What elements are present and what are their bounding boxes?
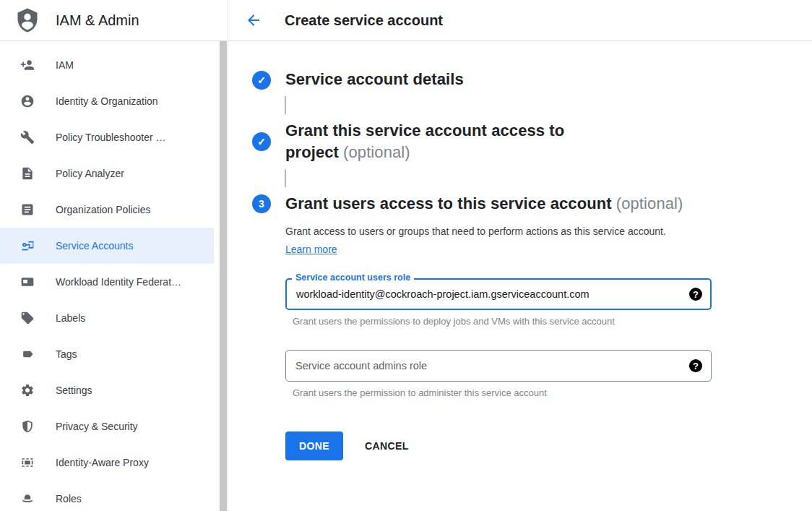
sidebar-item-identity-organization[interactable]: Identity & Organization: [0, 83, 214, 119]
policy-analyzer-icon: [20, 166, 35, 181]
main-panel: Create service account ✓ Service account…: [228, 0, 812, 511]
cancel-button[interactable]: CANCEL: [365, 440, 409, 452]
service-account-key-icon: [20, 239, 35, 253]
sidebar-item-label: Organization Policies: [56, 204, 151, 215]
tag-arrow-icon: [20, 347, 35, 361]
help-icon[interactable]: ?: [689, 359, 702, 372]
sidebar-scrollbar-thumb[interactable]: [220, 41, 227, 511]
proxy-icon: [20, 455, 35, 470]
admins-role-field-group: ?: [285, 350, 712, 382]
form-actions: DONE CANCEL: [285, 431, 712, 460]
optional-label: (optional): [616, 194, 683, 212]
sidebar-item-label: Policy Troubleshooter …: [56, 132, 166, 143]
sidebar-item-policy-analyzer[interactable]: Policy Analyzer: [0, 155, 214, 192]
wrench-icon: [20, 130, 35, 145]
step-body: Grant users access to this service accou…: [285, 193, 712, 460]
sidebar-nav: IAM Identity & Organization Policy Troub…: [0, 41, 228, 511]
gear-icon: [20, 383, 35, 398]
sidebar-item-label: Identity-Aware Proxy: [56, 457, 149, 468]
sidebar-item-label: Labels: [56, 312, 85, 324]
sidebar-item-privacy-security[interactable]: Privacy & Security: [0, 408, 214, 445]
sidebar-item-policy-troubleshooter[interactable]: Policy Troubleshooter …: [0, 119, 214, 155]
users-role-field-label: Service account users role: [292, 272, 414, 284]
step-title: Grant users access to this service accou…: [285, 193, 712, 215]
users-role-helper-text: Grant users the permissions to deploy jo…: [293, 316, 712, 327]
sidebar-item-label: Settings: [56, 385, 92, 396]
sidebar-title: IAM & Admin: [56, 12, 139, 29]
roles-hat-icon: [20, 491, 35, 506]
step-grant-access-to-project: ✓ Grant this service account access to p…: [252, 120, 812, 163]
step-complete-check-icon: ✓: [252, 71, 271, 90]
optional-label: (optional): [343, 143, 410, 161]
stepper-connector: [285, 96, 286, 114]
step-indicator: 3: [252, 194, 271, 213]
users-role-field-group: Service account users role ?: [285, 278, 712, 310]
page-title: Create service account: [285, 12, 443, 29]
help-icon[interactable]: ?: [689, 288, 702, 301]
sidebar-item-label: Roles: [56, 493, 82, 504]
label-tag-icon: [20, 311, 35, 325]
shield-icon: [20, 419, 35, 434]
sidebar-item-label: Service Accounts: [56, 240, 133, 252]
step-number-badge: 3: [252, 194, 271, 213]
sidebar-item-iam[interactable]: IAM: [0, 47, 214, 83]
step-indicator: ✓: [252, 132, 271, 151]
service-account-admins-role-input[interactable]: [285, 350, 712, 382]
sidebar-item-tags[interactable]: Tags: [0, 336, 214, 372]
step-grant-users-access: 3 Grant users access to this service acc…: [252, 193, 812, 460]
sidebar-item-labels[interactable]: Labels: [0, 300, 214, 336]
iam-admin-shield-icon: [14, 7, 40, 33]
step-description: Grant access to users or groups that nee…: [285, 223, 681, 259]
sidebar-item-label: Tags: [56, 348, 77, 360]
sidebar-header: IAM & Admin: [0, 0, 228, 41]
create-service-account-form: ✓ Service account details ✓ Grant this s…: [228, 41, 812, 460]
identity-person-icon: [20, 94, 35, 108]
arrow-back-icon: [245, 12, 262, 29]
admins-role-helper-text: Grant users the permission to administer…: [293, 387, 712, 398]
done-button[interactable]: DONE: [285, 431, 343, 460]
person-add-icon: [20, 58, 35, 72]
sidebar-item-label: Identity & Organization: [56, 95, 158, 107]
step-complete-check-icon: ✓: [252, 132, 271, 151]
step-title: Grant this service account access to pro…: [285, 120, 690, 163]
sidebar-item-label: Workload Identity Federat…: [56, 276, 181, 288]
sidebar: IAM & Admin IAM Identity & Organization …: [0, 0, 228, 511]
sidebar-item-workload-identity-federation[interactable]: Workload Identity Federat…: [0, 264, 214, 300]
sidebar-item-roles[interactable]: Roles: [0, 481, 214, 511]
sidebar-item-organization-policies[interactable]: Organization Policies: [0, 192, 214, 228]
sidebar-item-label: Policy Analyzer: [56, 168, 124, 179]
back-button[interactable]: [245, 12, 262, 29]
main-header: Create service account: [228, 0, 812, 41]
sidebar-scrollbar-track: [219, 41, 228, 511]
step-body: Grant this service account access to pro…: [285, 120, 690, 163]
stepper-connector: [285, 169, 286, 187]
sidebar-item-label: Privacy & Security: [56, 421, 138, 432]
learn-more-link[interactable]: Learn more: [285, 244, 337, 255]
sidebar-item-service-accounts[interactable]: Service Accounts: [0, 228, 214, 264]
id-card-icon: [20, 275, 35, 289]
step-service-account-details: ✓ Service account details: [252, 69, 812, 90]
sidebar-item-settings[interactable]: Settings: [0, 372, 214, 408]
sidebar-item-label: IAM: [56, 59, 74, 71]
step-body: Service account details: [285, 69, 464, 90]
sidebar-item-identity-aware-proxy[interactable]: Identity-Aware Proxy: [0, 445, 214, 481]
document-icon: [20, 202, 35, 217]
step-title: Service account details: [285, 69, 464, 90]
step-indicator: ✓: [252, 71, 271, 90]
